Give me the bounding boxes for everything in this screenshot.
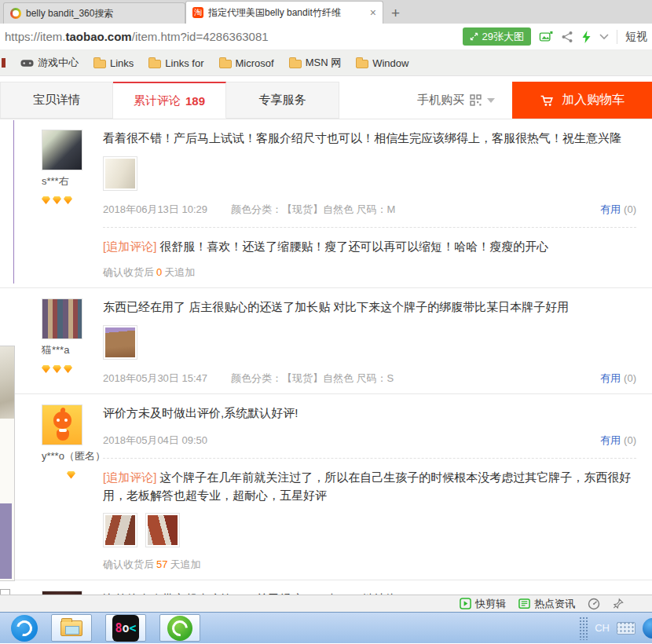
review-photo-thumbnail[interactable] [103,156,137,191]
taskbar-360-safe-icon[interactable] [11,615,38,642]
avatar [42,130,82,170]
review-body: 东西已经在用了 店主很贴心的还送了加长贴 对比下来这个牌子的绑腹带比某日本牌子好… [103,298,636,386]
hot-news-button[interactable]: 热点资讯 [518,597,575,611]
bookmark-label: MSN 网 [306,56,342,70]
overlay-border [13,120,14,284]
mobile-buy-control[interactable]: 手机购买 [417,82,495,119]
review-item: y***o（匿名） 评价方未及时做出评价,系统默认好评! 2018年05月04日… [0,393,652,580]
bookmark-msn[interactable]: MSN 网 [289,56,342,70]
reviewer-name: 猫***a [42,343,103,357]
avatar-anonymous-mascot [42,404,82,445]
bookmark-game-center[interactable]: 游戏中心 [20,56,79,70]
tray-app-icon[interactable] [643,618,652,639]
share-icon[interactable] [561,31,573,43]
side-panel-sliver [0,346,15,581]
address-bar: https://item.taobao.com/item.htm?id=4286… [0,24,652,50]
reviews-count-badge: 189 [185,94,205,108]
diamond-icon [53,196,61,204]
buyer-rating-icons [42,193,103,207]
folder-icon [219,60,232,68]
review-body: 比其他束腹带穿起来凉快，目前已经瘦了一点了！继续绑 [103,591,636,595]
new-tab-button[interactable]: + [383,5,408,24]
useful-control[interactable]: 有用(0) [600,203,636,217]
browser-tab-taobao-item[interactable]: 淘 指定代理美国belly bandit竹纤维 × [185,1,383,24]
big-images-button[interactable]: 29张大图 [463,27,531,46]
close-tab-icon[interactable]: × [370,6,376,19]
clipped-bookmark-icon [2,58,5,68]
speed-gauge-icon[interactable] [588,598,600,610]
keyboard-icon[interactable] [617,622,636,635]
short-video-label[interactable]: 短视 [625,30,647,44]
chevron-down-icon[interactable] [599,34,609,40]
bookmark-label: Links for [165,57,203,69]
after-suffix: 天追加 [164,266,195,278]
tab-label: 累计评论 [134,93,181,108]
bookmark-links[interactable]: Links [93,57,134,69]
useful-label: 有用 [600,434,621,446]
review-photo-thumbnail[interactable] [103,513,137,547]
review-meta-row: 2018年05月30日 15:47 颜色分类：【现货】自然色 尺码：S 有用(0… [103,371,636,386]
gamepad-icon [20,58,34,68]
item-nav-tabs: 宝贝详情 累计评论 189 专享服务 手机购买 加入购物车 [0,76,652,119]
folder-icon [60,620,82,636]
snapshot-icon[interactable] [539,31,553,43]
reviews-panel: s***右 看着很不错！产后马上试试！客服介绍尺寸也可以！相信生完应该绑得上，客… [0,119,652,595]
browser-tab-search[interactable]: belly bandit_360搜索 [3,2,185,24]
language-indicator[interactable]: CH [595,622,610,634]
tab-label: 专享服务 [259,93,306,108]
system-taskbar: 8o< CH [0,612,652,643]
diamond-icon [67,471,75,479]
add-to-cart-button[interactable]: 加入购物车 [512,82,652,119]
tab-item-details[interactable]: 宝贝详情 [0,82,113,119]
tab-exclusive-services[interactable]: 专享服务 [226,82,339,119]
append-review: [追加评论]很舒服！喜欢！还送了缩腰贴！瘦了还可以再可以缩短！哈哈！瘦瘦的开心 [103,227,636,256]
folder-icon [93,60,106,68]
taskbar-file-explorer-button[interactable] [51,614,92,642]
review-text: 看着很不错！产后马上试试！客服介绍尺寸也可以！相信生完应该绑得上，客服很热气！祝… [103,130,636,148]
diamond-icon [64,196,72,204]
reviewer-name: s***右 [42,174,103,188]
append-after-days: 确认收货后57天追加 [103,558,636,572]
diamond-icon [42,365,50,373]
buyer-rating-icons [42,468,103,482]
taskbar-media-app-button[interactable]: 8o< [105,614,146,642]
mobile-buy-label: 手机购买 [417,93,464,108]
review-body: 评价方未及时做出评价,系统默认好评! 2018年05月04日 09:50 有用(… [103,404,636,573]
bookmark-microsoft[interactable]: Microsof [219,57,274,69]
review-text: 东西已经在用了 店主很贴心的还送了加长贴 对比下来这个牌子的绑腹带比某日本牌子好… [103,298,636,317]
quick-editor-button[interactable]: 快剪辑 [460,597,506,611]
useful-count: (0) [624,434,636,446]
news-icon [518,598,530,609]
bookmarks-bar: 游戏中心 Links Links for Microsof MSN 网 Wind… [0,50,652,76]
side-scrollbar-thumb[interactable] [0,503,12,579]
useful-control[interactable]: 有用(0) [600,434,636,448]
bookmark-label: 游戏中心 [38,56,79,70]
qr-code-icon [470,94,482,106]
review-photo-thumbnail[interactable] [103,325,137,360]
pin-icon[interactable] [613,598,624,609]
cart-icon [540,93,555,108]
taskbar-grip-handle[interactable] [579,617,588,640]
bookmark-links-for[interactable]: Links for [148,57,203,69]
avatar [42,298,82,339]
play-icon [460,598,471,609]
useful-control[interactable]: 有用(0) [600,371,636,386]
big-images-label: 29张大图 [482,30,524,44]
bookmark-windows[interactable]: Window [356,57,408,69]
taskbar-360-browser-button[interactable] [159,614,200,642]
diamond-icon [64,365,72,373]
review-photos [103,156,636,191]
url-field[interactable]: https://item.taobao.com/item.htm?id=4286… [5,30,269,43]
review-photos [103,513,636,547]
after-days-number: 57 [156,558,167,570]
review-sku: 颜色分类：【现货】自然色 尺码：M [231,203,395,217]
review-text: 评价方未及时做出评价,系统默认好评! [103,404,636,423]
tab-reviews[interactable]: 累计评论 189 [113,82,226,119]
browser-status-bar: 快剪辑 热点资讯 [0,595,652,612]
quick-editor-label: 快剪辑 [475,597,506,611]
review-meta-row: 2018年06月13日 10:29 颜色分类：【现货】自然色 尺码：M 有用(0… [103,203,636,217]
review-photo-thumbnail[interactable] [145,513,180,547]
reviewer-column: y***o（匿名） [42,404,103,573]
lightning-icon[interactable] [581,31,592,43]
bookmark-label: Window [372,57,408,69]
